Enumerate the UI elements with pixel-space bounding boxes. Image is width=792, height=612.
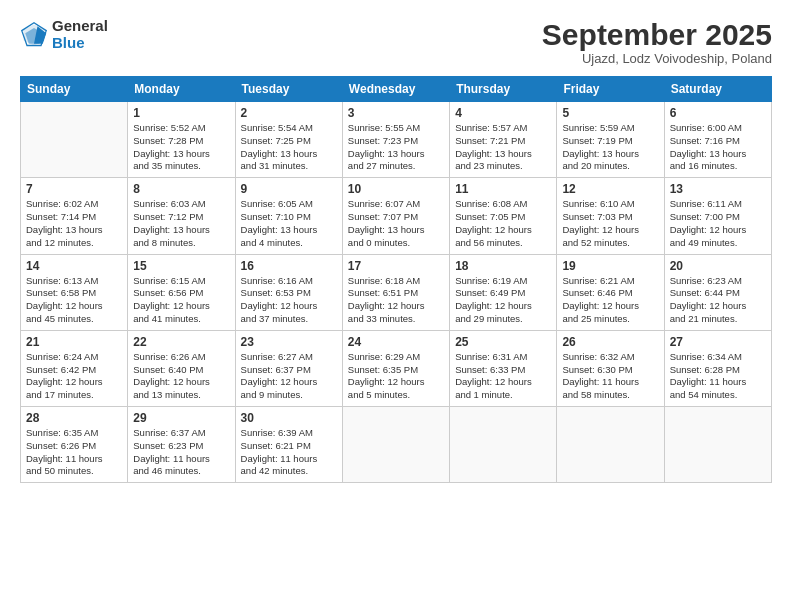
date-number: 3 [348,106,444,120]
calendar-cell: 27Sunrise: 6:34 AMSunset: 6:28 PMDayligh… [664,330,771,406]
logo-general-text: General [52,18,108,35]
week-row-5: 28Sunrise: 6:35 AMSunset: 6:26 PMDayligh… [21,407,772,483]
date-number: 1 [133,106,229,120]
calendar-cell: 19Sunrise: 6:21 AMSunset: 6:46 PMDayligh… [557,254,664,330]
cell-daylight-info: Sunrise: 5:54 AMSunset: 7:25 PMDaylight:… [241,122,337,173]
date-number: 6 [670,106,766,120]
cell-daylight-info: Sunrise: 6:07 AMSunset: 7:07 PMDaylight:… [348,198,444,249]
calendar-table: SundayMondayTuesdayWednesdayThursdayFrid… [20,76,772,483]
week-row-3: 14Sunrise: 6:13 AMSunset: 6:58 PMDayligh… [21,254,772,330]
calendar-cell: 3Sunrise: 5:55 AMSunset: 7:23 PMDaylight… [342,102,449,178]
calendar-cell: 9Sunrise: 6:05 AMSunset: 7:10 PMDaylight… [235,178,342,254]
logo-blue-text: Blue [52,35,108,52]
cell-daylight-info: Sunrise: 5:55 AMSunset: 7:23 PMDaylight:… [348,122,444,173]
date-number: 14 [26,259,122,273]
calendar-cell: 21Sunrise: 6:24 AMSunset: 6:42 PMDayligh… [21,330,128,406]
date-number: 9 [241,182,337,196]
calendar-cell: 23Sunrise: 6:27 AMSunset: 6:37 PMDayligh… [235,330,342,406]
calendar-cell: 28Sunrise: 6:35 AMSunset: 6:26 PMDayligh… [21,407,128,483]
calendar-cell: 25Sunrise: 6:31 AMSunset: 6:33 PMDayligh… [450,330,557,406]
calendar-cell: 6Sunrise: 6:00 AMSunset: 7:16 PMDaylight… [664,102,771,178]
calendar-subtitle: Ujazd, Lodz Voivodeship, Poland [542,51,772,66]
calendar-cell: 20Sunrise: 6:23 AMSunset: 6:44 PMDayligh… [664,254,771,330]
day-header-sunday: Sunday [21,77,128,102]
cell-daylight-info: Sunrise: 6:05 AMSunset: 7:10 PMDaylight:… [241,198,337,249]
date-number: 7 [26,182,122,196]
cell-daylight-info: Sunrise: 6:18 AMSunset: 6:51 PMDaylight:… [348,275,444,326]
cell-daylight-info: Sunrise: 5:59 AMSunset: 7:19 PMDaylight:… [562,122,658,173]
cell-daylight-info: Sunrise: 6:29 AMSunset: 6:35 PMDaylight:… [348,351,444,402]
calendar-cell: 29Sunrise: 6:37 AMSunset: 6:23 PMDayligh… [128,407,235,483]
date-number: 12 [562,182,658,196]
cell-daylight-info: Sunrise: 6:27 AMSunset: 6:37 PMDaylight:… [241,351,337,402]
cell-daylight-info: Sunrise: 5:57 AMSunset: 7:21 PMDaylight:… [455,122,551,173]
week-row-1: 1Sunrise: 5:52 AMSunset: 7:28 PMDaylight… [21,102,772,178]
page: General Blue September 2025 Ujazd, Lodz … [0,0,792,497]
cell-daylight-info: Sunrise: 6:10 AMSunset: 7:03 PMDaylight:… [562,198,658,249]
cell-daylight-info: Sunrise: 6:35 AMSunset: 6:26 PMDaylight:… [26,427,122,478]
date-number: 28 [26,411,122,425]
calendar-cell: 4Sunrise: 5:57 AMSunset: 7:21 PMDaylight… [450,102,557,178]
cell-daylight-info: Sunrise: 6:03 AMSunset: 7:12 PMDaylight:… [133,198,229,249]
date-number: 26 [562,335,658,349]
date-number: 18 [455,259,551,273]
cell-daylight-info: Sunrise: 6:19 AMSunset: 6:49 PMDaylight:… [455,275,551,326]
date-number: 17 [348,259,444,273]
calendar-cell: 2Sunrise: 5:54 AMSunset: 7:25 PMDaylight… [235,102,342,178]
cell-daylight-info: Sunrise: 5:52 AMSunset: 7:28 PMDaylight:… [133,122,229,173]
calendar-cell [664,407,771,483]
calendar-body: 1Sunrise: 5:52 AMSunset: 7:28 PMDaylight… [21,102,772,483]
cell-daylight-info: Sunrise: 6:21 AMSunset: 6:46 PMDaylight:… [562,275,658,326]
cell-daylight-info: Sunrise: 6:11 AMSunset: 7:00 PMDaylight:… [670,198,766,249]
calendar-cell: 18Sunrise: 6:19 AMSunset: 6:49 PMDayligh… [450,254,557,330]
day-header-saturday: Saturday [664,77,771,102]
calendar-cell: 24Sunrise: 6:29 AMSunset: 6:35 PMDayligh… [342,330,449,406]
date-number: 11 [455,182,551,196]
date-number: 29 [133,411,229,425]
date-number: 23 [241,335,337,349]
calendar-cell [21,102,128,178]
date-number: 25 [455,335,551,349]
calendar-cell: 12Sunrise: 6:10 AMSunset: 7:03 PMDayligh… [557,178,664,254]
date-number: 27 [670,335,766,349]
calendar-cell [557,407,664,483]
calendar-title: September 2025 [542,18,772,51]
calendar-cell: 22Sunrise: 6:26 AMSunset: 6:40 PMDayligh… [128,330,235,406]
cell-daylight-info: Sunrise: 6:23 AMSunset: 6:44 PMDaylight:… [670,275,766,326]
date-number: 16 [241,259,337,273]
cell-daylight-info: Sunrise: 6:15 AMSunset: 6:56 PMDaylight:… [133,275,229,326]
cell-daylight-info: Sunrise: 6:26 AMSunset: 6:40 PMDaylight:… [133,351,229,402]
logo-icon [20,21,48,49]
calendar-cell: 5Sunrise: 5:59 AMSunset: 7:19 PMDaylight… [557,102,664,178]
calendar-cell: 14Sunrise: 6:13 AMSunset: 6:58 PMDayligh… [21,254,128,330]
date-number: 19 [562,259,658,273]
calendar-cell [450,407,557,483]
calendar-cell: 13Sunrise: 6:11 AMSunset: 7:00 PMDayligh… [664,178,771,254]
day-header-friday: Friday [557,77,664,102]
calendar-cell: 30Sunrise: 6:39 AMSunset: 6:21 PMDayligh… [235,407,342,483]
date-number: 13 [670,182,766,196]
cell-daylight-info: Sunrise: 6:39 AMSunset: 6:21 PMDaylight:… [241,427,337,478]
cell-daylight-info: Sunrise: 6:08 AMSunset: 7:05 PMDaylight:… [455,198,551,249]
cell-daylight-info: Sunrise: 6:02 AMSunset: 7:14 PMDaylight:… [26,198,122,249]
logo: General Blue [20,18,108,51]
day-header-thursday: Thursday [450,77,557,102]
date-number: 21 [26,335,122,349]
title-block: September 2025 Ujazd, Lodz Voivodeship, … [542,18,772,66]
date-number: 24 [348,335,444,349]
cell-daylight-info: Sunrise: 6:16 AMSunset: 6:53 PMDaylight:… [241,275,337,326]
date-number: 2 [241,106,337,120]
cell-daylight-info: Sunrise: 6:31 AMSunset: 6:33 PMDaylight:… [455,351,551,402]
date-number: 5 [562,106,658,120]
date-number: 20 [670,259,766,273]
calendar-cell: 16Sunrise: 6:16 AMSunset: 6:53 PMDayligh… [235,254,342,330]
date-number: 15 [133,259,229,273]
week-row-2: 7Sunrise: 6:02 AMSunset: 7:14 PMDaylight… [21,178,772,254]
cell-daylight-info: Sunrise: 6:24 AMSunset: 6:42 PMDaylight:… [26,351,122,402]
day-header-tuesday: Tuesday [235,77,342,102]
cell-daylight-info: Sunrise: 6:34 AMSunset: 6:28 PMDaylight:… [670,351,766,402]
calendar-cell: 8Sunrise: 6:03 AMSunset: 7:12 PMDaylight… [128,178,235,254]
week-row-4: 21Sunrise: 6:24 AMSunset: 6:42 PMDayligh… [21,330,772,406]
cell-daylight-info: Sunrise: 6:13 AMSunset: 6:58 PMDaylight:… [26,275,122,326]
logo-text: General Blue [52,18,108,51]
